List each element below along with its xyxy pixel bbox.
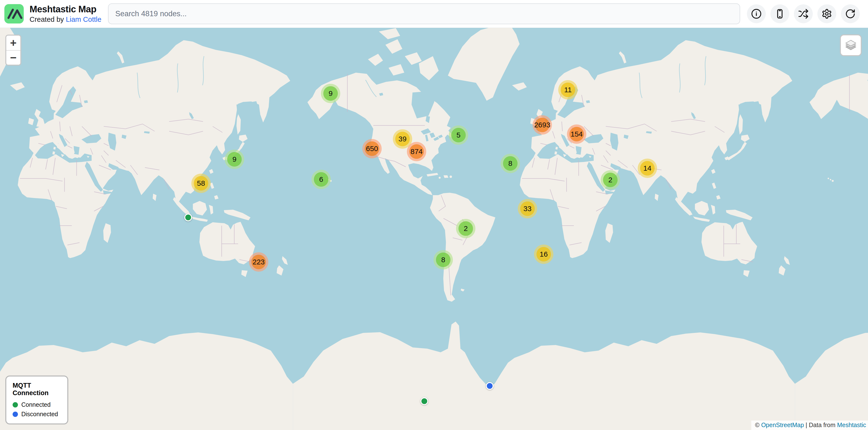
cluster-marker[interactable]: 8	[501, 154, 520, 173]
cluster-marker[interactable]: 9	[225, 150, 244, 169]
gear-icon	[822, 8, 832, 19]
cluster-marker[interactable]: 874	[407, 142, 426, 161]
zoom-control: + −	[5, 35, 21, 66]
smartphone-icon	[775, 8, 785, 19]
cluster-marker[interactable]: 14	[638, 159, 657, 178]
meshtastic-logo-icon	[4, 4, 24, 24]
meshtastic-map-app: Meshtastic Map Created by Liam Cottle	[0, 0, 868, 430]
cluster-marker[interactable]: 33	[518, 199, 537, 219]
layers-control[interactable]	[840, 34, 862, 56]
cluster-marker[interactable]: 9	[321, 84, 340, 103]
subtitle-prefix: Created by	[30, 15, 64, 23]
node-marker-connected[interactable]	[184, 213, 192, 221]
cluster-marker[interactable]: 16	[534, 244, 553, 264]
cluster-marker[interactable]: 223	[249, 252, 268, 272]
cluster-marker[interactable]: 154	[567, 125, 586, 144]
page-title: Meshtastic Map	[30, 4, 101, 15]
random-node-button[interactable]	[794, 4, 813, 23]
zoom-in-button[interactable]: +	[6, 36, 20, 50]
mqtt-legend: MQTT Connection Connected Disconnected	[5, 375, 68, 424]
header: Meshtastic Map Created by Liam Cottle	[0, 0, 868, 28]
legend-title: MQTT Connection	[12, 382, 67, 397]
openstreetmap-link[interactable]: OpenStreetMap	[761, 422, 804, 428]
cluster-marker[interactable]: 6	[311, 170, 331, 189]
cluster-marker[interactable]: 2	[456, 219, 475, 238]
shuffle-icon	[798, 8, 809, 19]
cluster-marker[interactable]: 58	[191, 174, 211, 193]
legend-item-connected: Connected	[12, 401, 67, 408]
map-canvas[interactable]: 939650874511269315482143316958628223 + −…	[0, 28, 868, 430]
info-button[interactable]	[747, 4, 766, 23]
author-link[interactable]: Liam Cottle	[66, 15, 101, 23]
zoom-out-button[interactable]: −	[6, 50, 20, 65]
layers-icon	[844, 39, 857, 52]
cluster-marker[interactable]: 2693	[533, 115, 552, 135]
cluster-marker[interactable]: 11	[558, 80, 578, 100]
markers-layer: 939650874511269315482143316958628223	[0, 28, 868, 430]
header-buttons	[747, 4, 860, 23]
brand: Meshtastic Map Created by Liam Cottle	[4, 4, 101, 24]
cluster-marker[interactable]: 650	[362, 139, 382, 158]
mobile-app-button[interactable]	[770, 4, 789, 23]
meshtastic-link[interactable]: Meshtastic	[837, 422, 866, 428]
refresh-button[interactable]	[841, 4, 860, 23]
map-attribution: © OpenStreetMap | Data from Meshtastic	[751, 421, 868, 430]
node-marker-disconnected[interactable]	[486, 382, 494, 390]
info-icon	[751, 8, 762, 19]
attribution-text: | Data from	[806, 422, 835, 428]
disconnected-dot-icon	[12, 411, 18, 417]
search-input[interactable]	[108, 3, 740, 24]
page-subtitle: Created by Liam Cottle	[30, 15, 101, 24]
cluster-marker[interactable]: 8	[434, 250, 453, 269]
settings-button[interactable]	[817, 4, 836, 23]
cluster-marker[interactable]: 5	[449, 125, 468, 145]
connected-dot-icon	[12, 402, 18, 407]
refresh-icon	[845, 8, 856, 19]
cluster-marker[interactable]: 2	[600, 170, 620, 190]
node-marker-connected[interactable]	[421, 397, 428, 405]
copyright-symbol: ©	[755, 422, 760, 428]
legend-item-disconnected: Disconnected	[12, 410, 67, 418]
